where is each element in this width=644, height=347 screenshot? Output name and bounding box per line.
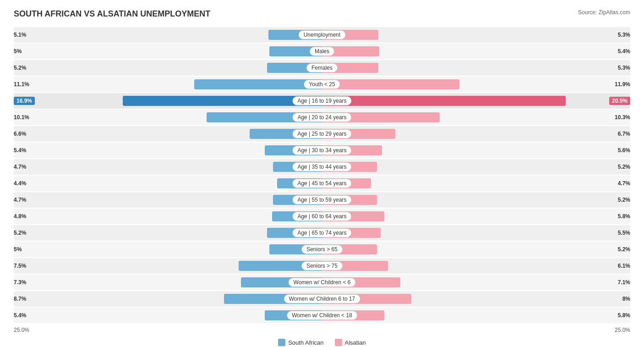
- right-bar-wrap: [322, 110, 630, 125]
- axis-left: 25.0%: [14, 327, 322, 333]
- right-bar-wrap: [322, 192, 630, 208]
- left-value: 5.2%: [14, 230, 26, 236]
- right-section: 5.3%: [322, 60, 630, 76]
- left-value: 8.7%: [14, 296, 26, 302]
- left-value: 10.1%: [14, 114, 29, 121]
- left-bar-wrap: [14, 291, 322, 307]
- center-label-text: Seniors > 65: [301, 245, 343, 254]
- left-bar-wrap: [14, 44, 322, 59]
- left-section: 5.4%: [14, 308, 322, 323]
- bar-row: 7.3% Women w/ Children < 6 7.1%: [14, 275, 630, 290]
- right-section: 5.2%: [322, 159, 630, 175]
- right-section: 6.1%: [322, 258, 630, 274]
- left-bar-wrap: [14, 225, 322, 241]
- legend-label-south-african: South African: [288, 339, 323, 346]
- left-section: 4.8%: [14, 209, 322, 224]
- bar-row: 5.4% Age | 30 to 34 years 5.6%: [14, 143, 630, 158]
- right-value: 5.6%: [618, 147, 630, 154]
- center-label-text: Women w/ Children 6 to 17: [284, 294, 360, 303]
- right-value: 7.1%: [618, 279, 630, 286]
- right-bar: [322, 79, 459, 89]
- bar-row-inner: 6.6% Age | 25 to 29 years 6.7%: [14, 126, 630, 142]
- bar-row-inner: 5.4% Women w/ Children < 18 5.8%: [14, 308, 630, 323]
- axis-row: 25.0% 25.0%: [14, 327, 630, 333]
- right-section: 5.6%: [322, 143, 630, 158]
- left-bar-wrap: [14, 60, 322, 76]
- left-bar-wrap: [14, 209, 322, 224]
- bar-row: 5% Males 5.4%: [14, 44, 630, 59]
- bar-row-inner: 4.7% Age | 55 to 59 years 5.2%: [14, 192, 630, 208]
- bar-row: 5.2% Females 5.3%: [14, 60, 630, 76]
- bar-row-inner: 5.2% Females 5.3%: [14, 60, 630, 76]
- bar-row: 5.2% Age | 65 to 74 years 5.5%: [14, 225, 630, 241]
- axis-right: 25.0%: [322, 327, 630, 333]
- center-label-text: Age | 60 to 64 years: [292, 212, 351, 221]
- right-bar-wrap: [322, 77, 630, 92]
- left-bar-wrap: [14, 77, 322, 92]
- bar-row-inner: 11.1% Youth < 25 11.9%: [14, 77, 630, 92]
- left-section: 5.2%: [14, 60, 322, 76]
- bar-row: 10.1% Age | 20 to 24 years 10.3%: [14, 110, 630, 125]
- right-section: 8%: [322, 291, 630, 307]
- legend-color-alsatian: [335, 339, 342, 346]
- chart-title: SOUTH AFRICAN VS ALSATIAN UNEMPLOYMENT: [14, 9, 210, 19]
- chart-container: SOUTH AFRICAN VS ALSATIAN UNEMPLOYMENT S…: [0, 0, 644, 347]
- left-value: 4.7%: [14, 164, 26, 170]
- bar-row-inner: 5.4% Age | 30 to 34 years 5.6%: [14, 143, 630, 158]
- left-bar-wrap: [14, 110, 322, 125]
- legend-color-south-african: [278, 339, 285, 346]
- bar-row: 11.1% Youth < 25 11.9%: [14, 77, 630, 92]
- right-value: 5.2%: [618, 246, 630, 253]
- left-bar-wrap: [14, 242, 322, 257]
- bar-row-inner: 5.2% Age | 65 to 74 years 5.5%: [14, 225, 630, 241]
- left-section: 5.1%: [14, 27, 322, 43]
- right-section: 5.2%: [322, 242, 630, 257]
- right-value: 5.5%: [618, 230, 630, 236]
- left-value: 6.6%: [14, 131, 26, 137]
- bar-row: 5.1% Unemployment 5.3%: [14, 27, 630, 43]
- right-section: 5.8%: [322, 308, 630, 323]
- right-value: 6.7%: [618, 131, 630, 137]
- right-value: 5.2%: [618, 197, 630, 203]
- bar-row-inner: 4.7% Age | 35 to 44 years 5.2%: [14, 159, 630, 175]
- right-value: 8%: [622, 296, 630, 302]
- left-bar: [194, 79, 322, 89]
- left-bar-wrap: [14, 27, 322, 43]
- bar-row-inner: 8.7% Women w/ Children 6 to 17 8%: [14, 291, 630, 307]
- right-section: 5.2%: [322, 192, 630, 208]
- center-label-text: Age | 16 to 19 years: [292, 96, 351, 105]
- right-bar-wrap: [322, 242, 630, 257]
- bar-row: 16.9% Age | 16 to 19 years 20.5%: [14, 93, 630, 109]
- left-section: 16.9%: [14, 93, 322, 109]
- right-value: 5.8%: [618, 213, 630, 220]
- left-value: 5%: [14, 246, 22, 253]
- left-value: 5.4%: [14, 147, 26, 154]
- bar-row: 4.7% Age | 35 to 44 years 5.2%: [14, 159, 630, 175]
- left-section: 8.7%: [14, 291, 322, 307]
- center-label-text: Age | 65 to 74 years: [292, 228, 351, 237]
- right-value: 5.3%: [618, 32, 630, 38]
- center-label-text: Males: [310, 47, 334, 56]
- axis-label-left: 25.0%: [14, 327, 29, 333]
- right-bar-wrap: [322, 126, 630, 142]
- left-value: 5.2%: [14, 65, 26, 71]
- left-section: 6.6%: [14, 126, 322, 142]
- left-value: 16.9%: [14, 97, 35, 105]
- center-label-text: Age | 20 to 24 years: [292, 113, 351, 122]
- left-bar-wrap: [14, 308, 322, 323]
- left-bar-wrap: [14, 126, 322, 142]
- bar-row-inner: 4.8% Age | 60 to 64 years 5.8%: [14, 209, 630, 224]
- left-section: 4.4%: [14, 176, 322, 191]
- left-section: 10.1%: [14, 110, 322, 125]
- right-value: 5.4%: [618, 48, 630, 55]
- bar-row: 7.5% Seniors > 75 6.1%: [14, 258, 630, 274]
- center-label-text: Females: [306, 63, 338, 72]
- right-bar-wrap: [322, 93, 630, 109]
- right-bar-wrap: [322, 258, 630, 274]
- legend-label-alsatian: Alsatian: [345, 339, 366, 346]
- right-bar-wrap: [322, 308, 630, 323]
- left-section: 7.3%: [14, 275, 322, 290]
- bar-row-inner: 7.5% Seniors > 75 6.1%: [14, 258, 630, 274]
- right-value: 10.3%: [615, 114, 630, 121]
- left-section: 7.5%: [14, 258, 322, 274]
